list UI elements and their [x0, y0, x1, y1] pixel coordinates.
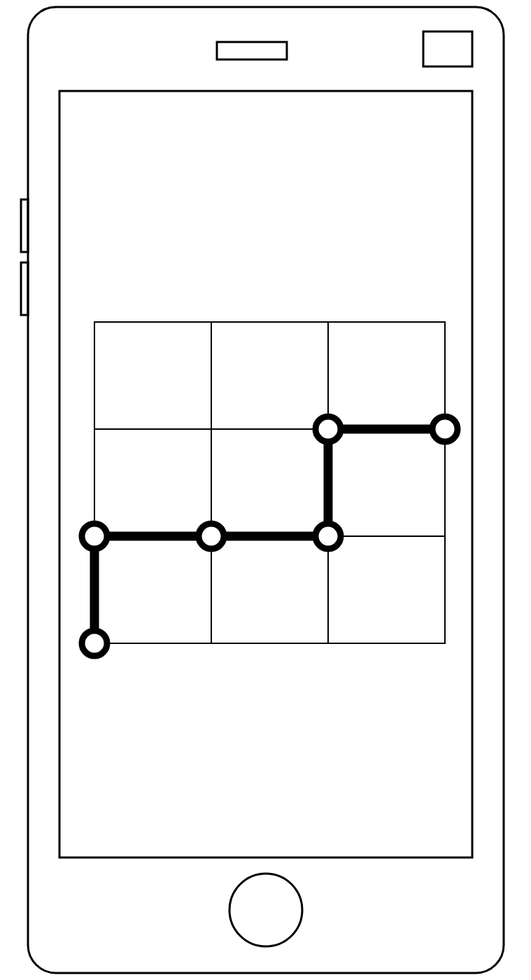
phone-diagram [0, 0, 531, 980]
front-camera [423, 31, 472, 66]
pattern-node-3[interactable] [316, 524, 341, 549]
pattern-grid[interactable] [94, 322, 445, 643]
pattern-node-4[interactable] [316, 416, 341, 442]
screen [59, 91, 472, 858]
pattern-node-1[interactable] [82, 524, 107, 549]
side-button-0 [21, 200, 28, 252]
side-button-1 [21, 262, 28, 315]
speaker-slot [217, 42, 287, 59]
pattern-node-0[interactable] [82, 631, 107, 656]
pattern-node-2[interactable] [199, 524, 224, 549]
home-button[interactable] [229, 874, 302, 946]
phone-body [28, 7, 504, 973]
pattern-node-5[interactable] [432, 416, 458, 442]
